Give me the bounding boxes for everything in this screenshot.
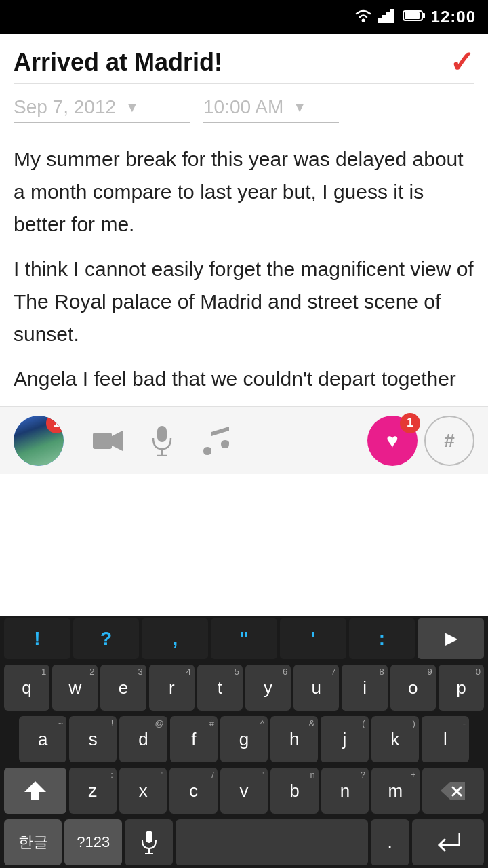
key-comma[interactable]: , xyxy=(142,618,208,659)
heart-icon: ♥ xyxy=(386,429,399,452)
key-z[interactable]: :z xyxy=(69,768,117,814)
key-shift[interactable] xyxy=(4,768,66,814)
datetime-row: Sep 7, 2012 ▼ 10:00 AM ▼ xyxy=(14,91,474,132)
time-value: 10:00 AM xyxy=(203,96,283,118)
date-field[interactable]: Sep 7, 2012 ▼ xyxy=(14,96,190,123)
key-l[interactable]: -l xyxy=(422,716,469,762)
heart-badge: 1 xyxy=(400,413,420,433)
svg-rect-10 xyxy=(157,426,167,442)
svg-rect-6 xyxy=(422,13,425,18)
key-num[interactable]: ?123 xyxy=(64,819,122,865)
signal-icon xyxy=(378,8,397,26)
svg-marker-13 xyxy=(24,781,46,800)
key-enter[interactable] xyxy=(412,819,484,865)
date-value: Sep 7, 2012 xyxy=(14,96,116,118)
key-o[interactable]: 9o xyxy=(390,665,436,711)
key-c[interactable]: /c xyxy=(169,768,217,814)
key-f[interactable]: #f xyxy=(170,716,218,762)
avatar-badge: 1 xyxy=(46,416,64,433)
journal-paragraph-3: Angela I feel bad that we couldn't depar… xyxy=(14,363,474,395)
key-v[interactable]: "v xyxy=(220,768,268,814)
wifi-icon xyxy=(354,8,373,26)
hashtag-button[interactable]: # xyxy=(424,416,474,466)
svg-rect-3 xyxy=(386,12,390,23)
key-i[interactable]: 8i xyxy=(342,665,387,711)
key-a[interactable]: ~a xyxy=(19,716,66,762)
key-j[interactable]: (j xyxy=(321,716,368,762)
avatar-button[interactable]: 1 xyxy=(14,416,64,466)
key-p[interactable]: 0p xyxy=(439,665,484,711)
key-period[interactable]: . xyxy=(371,819,409,865)
key-h[interactable]: &h xyxy=(270,716,318,762)
keyboard-row-1: 1q 2w 3e 4r 5t 6y 7u 8i 9o 0p xyxy=(0,662,488,713)
key-g[interactable]: ^g xyxy=(220,716,268,762)
heart-button[interactable]: ♥ 1 xyxy=(367,416,418,466)
keyboard-row-3: :z "x /c "v nb ?n +m xyxy=(0,765,488,816)
microphone-button[interactable] xyxy=(138,417,186,465)
video-button[interactable] xyxy=(84,417,131,465)
svg-rect-4 xyxy=(390,9,394,23)
svg-point-0 xyxy=(361,18,365,22)
toolbar: 1 ♥ 1 # xyxy=(0,406,488,474)
keyboard: ! ? , " ' : ▶ 1q 2w 3e 4r 5t 6y 7u 8i 9o… xyxy=(0,616,488,868)
music-button[interactable] xyxy=(192,417,240,465)
journal-paragraph-2: I think I cannot easily forget the magni… xyxy=(14,253,474,351)
key-k[interactable]: )k xyxy=(371,716,419,762)
key-y[interactable]: 6y xyxy=(245,665,291,711)
key-backspace[interactable] xyxy=(422,768,485,814)
key-space[interactable] xyxy=(176,819,368,865)
key-dquote[interactable]: " xyxy=(211,618,277,659)
key-s[interactable]: !s xyxy=(69,716,117,762)
time-field[interactable]: 10:00 AM ▼ xyxy=(203,96,339,123)
status-time: 12:00 xyxy=(431,7,476,26)
key-colon[interactable]: : xyxy=(349,618,415,659)
keyboard-sym-row: ! ? , " ' : ▶ xyxy=(0,616,488,662)
key-b[interactable]: nb xyxy=(270,768,318,814)
key-m[interactable]: +m xyxy=(371,768,419,814)
confirm-icon[interactable]: ✓ xyxy=(449,47,474,77)
key-arrow[interactable]: ▶ xyxy=(418,618,484,659)
key-r[interactable]: 4r xyxy=(149,665,195,711)
keyboard-row-4: 한글 ?123 . xyxy=(0,816,488,868)
date-dropdown-icon: ▼ xyxy=(125,100,139,115)
header: Arrived at Madrid! ✓ Sep 7, 2012 ▼ 10:00… xyxy=(0,34,488,132)
key-w[interactable]: 2w xyxy=(52,665,98,711)
hash-icon: # xyxy=(444,430,455,452)
header-divider xyxy=(14,83,474,84)
key-exclaim[interactable]: ! xyxy=(4,618,70,659)
svg-rect-8 xyxy=(93,433,112,449)
key-t[interactable]: 5t xyxy=(197,665,243,711)
svg-rect-16 xyxy=(146,831,152,843)
page-title: Arrived at Madrid! xyxy=(14,48,222,77)
key-hangul[interactable]: 한글 xyxy=(4,819,62,865)
journal-paragraph-1: My summer break for this year was delaye… xyxy=(14,143,474,241)
svg-rect-1 xyxy=(378,18,382,23)
key-e[interactable]: 3e xyxy=(100,665,146,711)
key-n[interactable]: ?n xyxy=(321,768,369,814)
key-q[interactable]: 1q xyxy=(4,665,49,711)
key-question[interactable]: ? xyxy=(73,618,140,659)
content-area[interactable]: My summer break for this year was delaye… xyxy=(0,132,488,406)
battery-icon xyxy=(403,9,426,25)
key-u[interactable]: 7u xyxy=(293,665,339,711)
status-bar: 12:00 xyxy=(0,0,488,34)
svg-rect-2 xyxy=(382,15,386,23)
svg-rect-7 xyxy=(405,12,420,19)
key-mic[interactable] xyxy=(125,819,173,865)
keyboard-row-2: ~a !s @d #f ^g &h (j )k -l xyxy=(0,713,488,765)
key-d[interactable]: @d xyxy=(119,716,167,762)
key-squote[interactable]: ' xyxy=(280,618,346,659)
key-x[interactable]: "x xyxy=(119,768,167,814)
time-dropdown-icon: ▼ xyxy=(293,100,306,115)
svg-marker-9 xyxy=(112,431,123,451)
